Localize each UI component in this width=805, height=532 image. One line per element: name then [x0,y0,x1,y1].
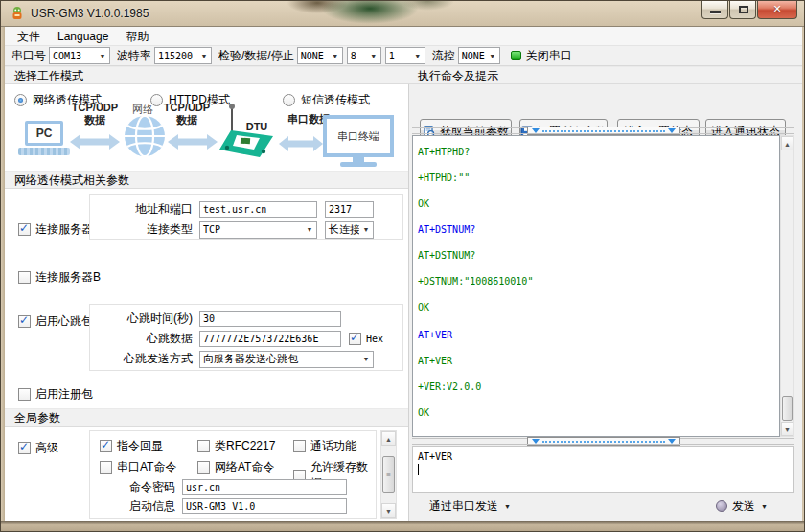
send-bar: 通过串口发送 ▼ 发送 ▼ [412,493,794,520]
command-input[interactable]: AT+VER [412,446,794,493]
chevron-down-icon[interactable]: ▼ [761,503,768,510]
workmode-header: 选择工作模式 [5,66,408,84]
radio-sms-transparent[interactable]: 短信透传模式 [283,92,370,108]
checkbox-mark [349,333,361,345]
command-log[interactable]: AT+HTPHD? +HTPHD:"" OK AT+DSTNUM? AT+DST… [412,135,780,437]
toolbar-separator [586,48,586,64]
maximize-icon [739,6,748,13]
cmd-password-input[interactable]: usr.cn [182,479,347,495]
checkbox-call-function[interactable]: 通话功能 [293,438,356,454]
checkbox-register[interactable]: 启用注册包 [18,386,93,403]
port-label: 串口号 [12,48,46,64]
scroll-up-icon[interactable]: ▲ [781,136,794,150]
baud-select[interactable]: 115200▼ [154,47,212,64]
exec-header: 执行命令及提示 [408,66,802,84]
radio-mark [283,94,295,106]
tcp-data-label-1: TCP/UDP数据 [64,102,126,127]
server-addr-input[interactable]: test.usr.cn [199,201,317,218]
text-cursor [418,464,419,475]
conn-mode-select[interactable]: 长连接▼ [325,221,374,239]
databits-select[interactable]: 8▼ [347,47,381,64]
maximize-button[interactable] [729,1,756,19]
client-area: 文件 Language 帮助 串口号 COM13▼ 波特率 115200▼ 检验… [5,27,802,521]
addr-port-label: 地址和端口 [90,201,199,218]
parity-label: 检验/数据/停止 [218,48,294,64]
checkbox-advanced[interactable]: 高级 [18,440,58,456]
send-button[interactable]: 发送 [732,498,755,515]
chevron-down-icon: ▼ [303,226,316,233]
parity-select[interactable]: NONE▼ [297,47,343,64]
collapse-icon [532,128,540,133]
checkbox-mark [197,461,210,474]
app-window: USR-GM3 V1.0.0.1985 ✕ 文件 Language 帮助 串口号… [0,0,805,532]
menu-bar: 文件 Language 帮助 [5,27,802,46]
close-button[interactable]: ✕ [757,1,797,19]
dtu-label: DTU [242,121,271,133]
chevron-down-icon: ▼ [359,356,373,362]
boot-message-input[interactable]: USR-GM3 V1.0 [182,498,347,514]
splitter-dots [542,130,665,132]
menu-file[interactable]: 文件 [9,27,49,46]
close-port-button[interactable]: 关闭串口 [526,48,572,64]
checkbox-rfc2217[interactable]: 类RFC2217 [197,438,275,454]
checkbox-server-b[interactable]: 连接服务器B [18,269,101,286]
title-bar[interactable]: USR-GM3 V1.0.0.1985 ✕ [1,1,805,27]
arrow-icon [168,134,218,150]
port-select[interactable]: COM13▼ [49,47,110,64]
splitter-handle[interactable] [527,437,680,446]
scroll-down-icon[interactable]: ▼ [381,503,396,518]
splitter-handle[interactable] [527,127,680,135]
chevron-down-icon: ▼ [329,53,342,59]
stopbits-select[interactable]: 1▼ [385,47,426,64]
scrollbar-thumb[interactable]: ≡ [382,456,395,493]
checkbox-mark [18,223,31,236]
send-via-select[interactable]: 通过串口发送 [429,498,498,515]
checkbox-hex[interactable]: Hex [349,333,383,345]
hb-data-input[interactable]: 7777772E7573722E636E [199,331,341,347]
hb-time-label: 心跳时间(秒) [90,311,199,327]
server-port-input[interactable]: 2317 [325,201,374,218]
log-line: +HTPHD:"" [418,172,779,184]
app-icon [10,6,25,21]
panel-divider [408,66,409,521]
checkbox-serial-at[interactable]: 串口AT命令 [100,459,176,475]
window-border-bottom [1,521,805,532]
checkbox-cmd-echo[interactable]: 指令回显 [100,438,163,454]
conn-type-select[interactable]: TCP▼ [199,221,317,239]
log-line: OK [418,197,779,210]
log-line: AT+HTPHD? [418,146,779,158]
checkbox-net-at[interactable]: 网络AT命令 [197,459,274,475]
scrollbar-thumb[interactable] [782,396,793,421]
collapse-icon [668,439,676,444]
chevron-down-icon: ▼ [411,53,425,59]
server-a-panel: 地址和端口 test.usr.cn 2317 连接类型 TCP▼ 长连接▼ [89,194,403,240]
scroll-up-icon[interactable]: ▲ [381,431,396,446]
flow-label: 流控 [432,48,455,64]
conn-type-label: 连接类型 [90,221,199,238]
pc-keyboard-icon [18,148,70,155]
chevron-down-icon: ▼ [486,53,499,59]
menu-language[interactable]: Language [49,27,117,46]
baud-label: 波特率 [117,48,151,64]
log-line: AT+DSTNUM? [418,223,779,236]
flow-select[interactable]: NONE▼ [458,47,500,64]
checkbox-heartbeat[interactable]: 启用心跳包 [18,313,93,330]
global-scrollbar[interactable]: ▲ ≡ ▼ [380,430,397,519]
log-line: AT+DSTNUM? [418,249,779,262]
splitter-bottom[interactable] [412,437,794,446]
log-line: AT+VER [418,355,779,367]
log-scrollbar[interactable]: ▲ ▼ [780,135,794,437]
window-title: USR-GM3 V1.0.0.1985 [31,7,149,20]
menu-help[interactable]: 帮助 [117,27,157,46]
log-line: +VER:V2.0.0 [418,381,779,393]
checkbox-mark [100,440,112,452]
pc-icon: PC [25,121,63,146]
hb-mode-label: 心跳发送方式 [90,351,199,367]
minimize-button[interactable] [702,1,728,19]
log-line: AT+VER [418,329,779,341]
chevron-down-icon[interactable]: ▼ [504,503,511,510]
scroll-down-icon[interactable]: ▼ [781,422,794,436]
splitter-top[interactable] [412,127,794,135]
hb-time-input[interactable]: 30 [199,311,341,327]
hb-mode-select[interactable]: 向服务器发送心跳包▼ [199,351,374,368]
